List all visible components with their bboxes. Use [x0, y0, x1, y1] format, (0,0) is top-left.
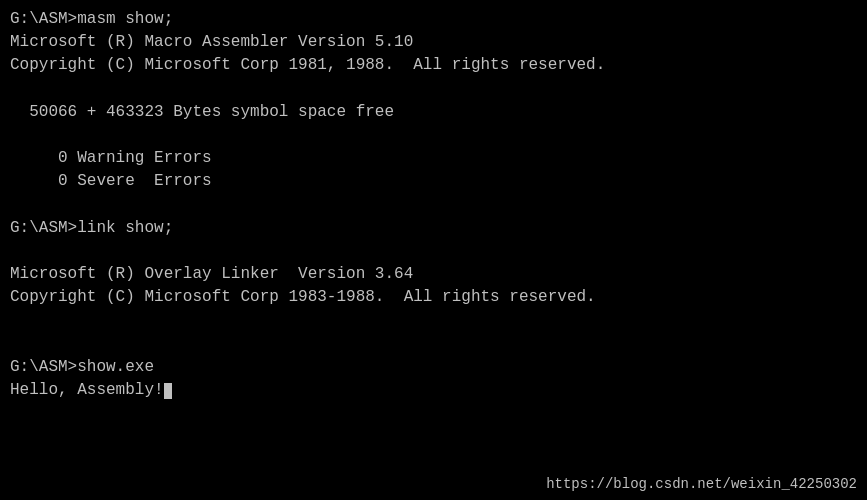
terminal-line-4 — [10, 78, 857, 101]
terminal-cursor — [164, 383, 172, 399]
terminal-line-3: Copyright (C) Microsoft Corp 1981, 1988.… — [10, 54, 857, 77]
terminal-line-8: 0 Severe Errors — [10, 170, 857, 193]
terminal-line-10: G:\ASM>link show; — [10, 217, 857, 240]
terminal-line-12: Microsoft (R) Overlay Linker Version 3.6… — [10, 263, 857, 286]
terminal-line-16: G:\ASM>show.exe — [10, 356, 857, 379]
terminal-line-1: G:\ASM>masm show; — [10, 8, 857, 31]
terminal-line-13: Copyright (C) Microsoft Corp 1983-1988. … — [10, 286, 857, 309]
terminal-line-14 — [10, 309, 857, 332]
terminal-line-9 — [10, 194, 857, 217]
terminal-line-5: 50066 + 463323 Bytes symbol space free — [10, 101, 857, 124]
terminal-line-6 — [10, 124, 857, 147]
terminal-line-7: 0 Warning Errors — [10, 147, 857, 170]
terminal-line-11 — [10, 240, 857, 263]
terminal-window: G:\ASM>masm show;Microsoft (R) Macro Ass… — [10, 8, 857, 402]
watermark-link: https://blog.csdn.net/weixin_42250302 — [546, 476, 857, 492]
terminal-line-2: Microsoft (R) Macro Assembler Version 5.… — [10, 31, 857, 54]
terminal-line-15 — [10, 333, 857, 356]
terminal-line-17: Hello, Assembly! — [10, 379, 857, 402]
